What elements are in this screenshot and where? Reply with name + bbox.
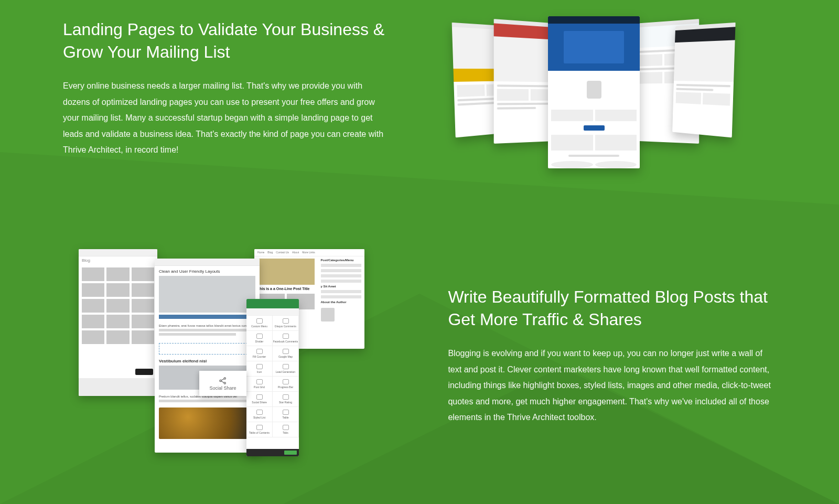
nav-link: Contact Us bbox=[276, 251, 289, 254]
nav-link: Home bbox=[257, 251, 264, 254]
svg-point-5 bbox=[224, 382, 225, 384]
sidebar-h1: Post/Categories/Menu bbox=[321, 259, 362, 262]
social-share-label: Social Share bbox=[209, 385, 236, 391]
panel-item: Tabs bbox=[272, 422, 299, 437]
panel-item: Progress Bar bbox=[272, 376, 299, 392]
panel-save-button bbox=[284, 451, 297, 455]
post-title: This is a a One-Line Post Title bbox=[257, 287, 315, 291]
thrive-elements-panel: Custom MenuDisqus CommentsDividerFaceboo… bbox=[246, 299, 299, 456]
section-2-body: Blogging is evolving and if you want to … bbox=[448, 346, 776, 425]
template-preview-5 bbox=[672, 23, 736, 138]
panel-item: Social Share bbox=[246, 391, 273, 407]
nav-link: Blog bbox=[267, 251, 273, 254]
panel-item: Disqus Comments bbox=[272, 315, 299, 331]
nav-link: About bbox=[292, 251, 299, 254]
panel-item: Post Grid bbox=[246, 376, 273, 392]
panel-item: Facebook Comments bbox=[272, 330, 299, 346]
section-1-heading: Landing Pages to Validate Your Business … bbox=[63, 18, 391, 63]
panel-item: Google Map bbox=[272, 346, 299, 361]
blog-builder-illustration: Blog Clean and User Friendly Layouts bbox=[63, 249, 420, 459]
social-share-overlay: Social Share bbox=[199, 371, 246, 396]
panel-item: Star Rating bbox=[272, 391, 299, 407]
blog-grid-preview: Blog bbox=[79, 249, 157, 396]
sidebar-h2: y Sit Amet bbox=[321, 285, 362, 288]
panel-cells: Custom MenuDisqus CommentsDividerFaceboo… bbox=[246, 316, 299, 437]
section-blog-formatting: Blog Clean and User Friendly Layouts bbox=[63, 249, 776, 459]
section-1-body: Every online business needs a larger mai… bbox=[63, 78, 391, 158]
section-landing-copy: Landing Pages to Validate Your Business … bbox=[63, 18, 391, 158]
panel-item: Custom Menu bbox=[246, 315, 273, 331]
share-icon bbox=[218, 376, 228, 385]
panel-item: Styled List bbox=[246, 406, 273, 422]
svg-point-4 bbox=[224, 378, 225, 379]
svg-line-7 bbox=[221, 381, 224, 383]
section-blog-copy: Write Beautifully Formatted Blog Posts t… bbox=[448, 249, 776, 425]
nav-link: More Links bbox=[302, 251, 315, 254]
blog-preview-menu: HomeBlogContact UsAboutMore Links bbox=[254, 249, 364, 256]
panel-item: Icon bbox=[246, 361, 273, 377]
article-para-1: Etiam pharetra, erat fusce massa tellus … bbox=[159, 324, 255, 327]
svg-line-6 bbox=[221, 379, 224, 380]
article-subheading: Vestibulum eleifend nisl bbox=[155, 359, 260, 363]
article-section-label: Clean and User Friendly Layouts bbox=[155, 266, 260, 275]
article-editor-preview: Clean and User Friendly Layouts Etiam ph… bbox=[155, 259, 260, 453]
sidebar-h3: About the Author bbox=[321, 301, 362, 304]
section-landing-pages: Landing Pages to Validate Your Business … bbox=[63, 18, 776, 176]
blog-grid-title: Blog bbox=[79, 256, 157, 264]
panel-item: Lead Generation bbox=[272, 361, 299, 377]
section-2-heading: Write Beautifully Formatted Blog Posts t… bbox=[448, 286, 776, 331]
template-preview-center bbox=[548, 16, 640, 168]
panel-item: Fill Counter bbox=[246, 346, 273, 361]
svg-point-3 bbox=[220, 380, 221, 381]
panel-item: Divider bbox=[246, 330, 273, 346]
landing-pages-illustration bbox=[420, 18, 776, 176]
panel-item: Table of Contents bbox=[246, 422, 273, 437]
panel-item: Table bbox=[272, 406, 299, 422]
